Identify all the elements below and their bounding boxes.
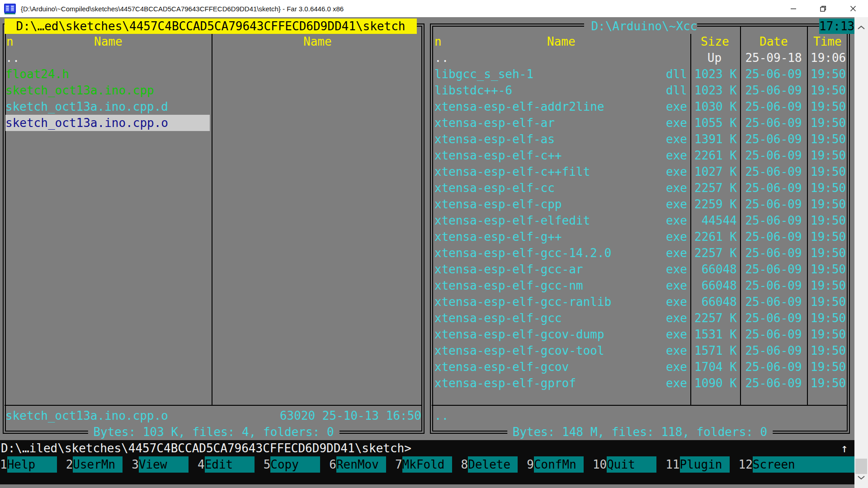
restore-icon bbox=[820, 5, 827, 12]
file-name[interactable]: .. bbox=[5, 50, 19, 66]
fkey-12-screen[interactable]: 12Screen bbox=[739, 456, 854, 473]
file-name[interactable]: sketch_oct13a.ino.cpp bbox=[5, 82, 154, 99]
fkey-10-quit[interactable]: 10Quit bbox=[593, 456, 656, 473]
fkey-label[interactable]: MkFold bbox=[402, 456, 452, 473]
restore-button[interactable] bbox=[808, 0, 838, 17]
far-manager-app-icon bbox=[4, 2, 16, 15]
fkey-9-confmn[interactable]: 9ConfMn bbox=[527, 456, 584, 473]
file-extension: exe bbox=[627, 261, 687, 277]
file-row[interactable]: sketch_oct13a.ino.cpp.d bbox=[1, 99, 426, 115]
file-date: 25-06-09 bbox=[745, 147, 802, 164]
scroll-up-button[interactable] bbox=[854, 21, 868, 34]
file-extension: exe bbox=[627, 164, 687, 180]
fkey-label[interactable]: Edit bbox=[205, 456, 255, 473]
file-row[interactable]: xtensa-esp-elf-gccexe2257 K25-06-0919:50 bbox=[428, 310, 852, 326]
close-button[interactable] bbox=[838, 0, 868, 17]
file-row[interactable]: xtensa-esp-elf-gcc-ranlibexe6604825-06-0… bbox=[428, 294, 852, 310]
file-date: 25-06-09 bbox=[745, 164, 802, 180]
fkey-3-view[interactable]: 3View bbox=[132, 456, 189, 473]
fkey-label[interactable]: Help bbox=[7, 456, 57, 473]
left-panel-path[interactable]: D:\…ed\sketches\4457C4BCCAD5CA79643CFFEC… bbox=[5, 19, 417, 34]
file-date: 25-06-09 bbox=[745, 343, 802, 359]
file-size: Up bbox=[692, 50, 737, 66]
file-name: xtensa-esp-elf-addr2line bbox=[434, 99, 604, 115]
fkey-label[interactable]: UserMn bbox=[73, 456, 123, 473]
command-line-prompt[interactable]: D:\…iled\sketches\4457C4BCCAD5CA79643CFF… bbox=[1, 440, 411, 456]
file-row[interactable]: xtensa-esp-elf-gprofexe1090 K25-06-0919:… bbox=[428, 375, 852, 391]
fkey-number: 5 bbox=[264, 456, 271, 473]
file-extension: dll bbox=[627, 66, 687, 82]
fkey-label[interactable]: View bbox=[139, 456, 189, 473]
file-row[interactable]: float24.h bbox=[1, 66, 426, 82]
file-row[interactable]: xtensa-esp-elf-elfeditexe4454425-06-0919… bbox=[428, 212, 852, 229]
file-row[interactable]: xtensa-esp-elf-asexe1391 K25-06-0919:50 bbox=[428, 131, 852, 147]
file-row[interactable]: xtensa-esp-elf-ccexe2257 K25-06-0919:50 bbox=[428, 180, 852, 196]
file-extension: exe bbox=[627, 310, 687, 326]
fkey-label[interactable]: Screen bbox=[753, 456, 854, 473]
left-column-header-name: Name bbox=[94, 33, 123, 50]
file-row[interactable]: xtensa-esp-elf-gcc-arexe6604825-06-0919:… bbox=[428, 261, 852, 277]
file-extension: exe bbox=[627, 131, 687, 147]
file-size: 2257 K bbox=[692, 180, 737, 196]
file-row[interactable]: xtensa-esp-elf-gcov-toolexe1571 K25-06-0… bbox=[428, 343, 852, 359]
file-row[interactable]: xtensa-esp-elf-gcovexe1704 K25-06-0919:5… bbox=[428, 359, 852, 375]
file-size: 1571 K bbox=[692, 343, 737, 359]
file-row[interactable]: xtensa-esp-elf-cppexe2259 K25-06-0919:50 bbox=[428, 196, 852, 212]
fkey-1-help[interactable]: 1Help bbox=[0, 456, 57, 473]
file-row[interactable]: xtensa-esp-elf-addr2lineexe1030 K25-06-0… bbox=[428, 99, 852, 115]
history-arrow-icon[interactable]: ↑ bbox=[841, 440, 848, 456]
file-row[interactable]: xtensa-esp-elf-c++exe2261 K25-06-0919:50 bbox=[428, 147, 852, 164]
file-row[interactable]: xtensa-esp-elf-g++exe2261 K25-06-0919:50 bbox=[428, 229, 852, 245]
right-file-panel: D:\Arduino\~Xcc n Name Size Date Time ..… bbox=[428, 17, 852, 440]
file-row[interactable]: sketch_oct13a.ino.cpp bbox=[1, 82, 426, 99]
file-row[interactable]: .. bbox=[1, 50, 426, 66]
fkey-2-usermn[interactable]: 2UserMn bbox=[66, 456, 123, 473]
file-name[interactable]: float24.h bbox=[5, 66, 69, 82]
file-time: 19:50 bbox=[811, 115, 847, 131]
file-row[interactable]: xtensa-esp-elf-c++filtexe1027 K25-06-091… bbox=[428, 164, 852, 180]
file-row[interactable]: libstdc++-6dll1023 K25-06-0919:50 bbox=[428, 82, 852, 99]
minimize-button[interactable] bbox=[778, 0, 808, 17]
file-extension: exe bbox=[627, 375, 687, 391]
file-time: 19:50 bbox=[811, 375, 847, 391]
file-size: 1090 K bbox=[692, 375, 737, 391]
file-row[interactable]: xtensa-esp-elf-arexe1055 K25-06-0919:50 bbox=[428, 115, 852, 131]
fkey-label[interactable]: Plugin bbox=[680, 456, 730, 473]
file-row[interactable]: ..Up25-09-1819:06 bbox=[428, 50, 852, 66]
file-time: 19:50 bbox=[811, 99, 847, 115]
fkey-label[interactable]: Delete bbox=[468, 456, 518, 473]
file-name: xtensa-esp-elf-gcc-nm bbox=[434, 277, 583, 294]
fkey-7-mkfold[interactable]: 7MkFold bbox=[395, 456, 452, 473]
console-scrollbar[interactable] bbox=[854, 17, 868, 488]
file-row[interactable]: xtensa-esp-elf-gcc-14.2.0exe2257 K25-06-… bbox=[428, 245, 852, 261]
fkey-label[interactable]: Quit bbox=[607, 456, 656, 473]
bottom-window-strip bbox=[0, 484, 854, 488]
fkey-label[interactable]: Copy bbox=[270, 456, 320, 473]
fkey-number: 2 bbox=[66, 456, 73, 473]
fkey-label[interactable]: ConfMn bbox=[534, 456, 584, 473]
fkey-11-plugin[interactable]: 11Plugin bbox=[665, 456, 729, 473]
scroll-down-button[interactable] bbox=[854, 471, 868, 484]
file-row[interactable]: xtensa-esp-elf-gcov-dumpexe1531 K25-06-0… bbox=[428, 326, 852, 343]
file-time: 19:50 bbox=[811, 229, 847, 245]
fkey-4-edit[interactable]: 4Edit bbox=[198, 456, 255, 473]
right-column-header-date: Date bbox=[760, 33, 788, 50]
file-extension: exe bbox=[627, 147, 687, 164]
file-cursor[interactable]: sketch_oct13a.ino.cpp.o bbox=[5, 115, 210, 131]
file-time: 19:50 bbox=[811, 261, 847, 277]
file-row[interactable]: libgcc_s_seh-1dll1023 K25-06-0919:50 bbox=[428, 66, 852, 82]
fkey-5-copy[interactable]: 5Copy bbox=[264, 456, 321, 473]
file-row[interactable]: xtensa-esp-elf-gcc-nmexe6604825-06-0919:… bbox=[428, 277, 852, 294]
file-size: 2261 K bbox=[692, 229, 737, 245]
right-panel-path[interactable]: D:\Arduino\~Xcc bbox=[584, 19, 697, 34]
file-row[interactable]: sketch_oct13a.ino.cpp.o bbox=[1, 115, 426, 131]
fkey-8-delete[interactable]: 8Delete bbox=[461, 456, 518, 473]
file-date: 25-06-09 bbox=[745, 310, 802, 326]
file-date: 25-06-09 bbox=[745, 115, 802, 131]
file-name[interactable]: sketch_oct13a.ino.cpp.d bbox=[5, 99, 168, 115]
fkey-6-renmov[interactable]: 6RenMov bbox=[329, 456, 386, 473]
file-size: 1704 K bbox=[692, 359, 737, 375]
fkey-label[interactable]: RenMov bbox=[336, 456, 386, 473]
file-time: 19:50 bbox=[811, 310, 847, 326]
file-time: 19:50 bbox=[811, 277, 847, 294]
